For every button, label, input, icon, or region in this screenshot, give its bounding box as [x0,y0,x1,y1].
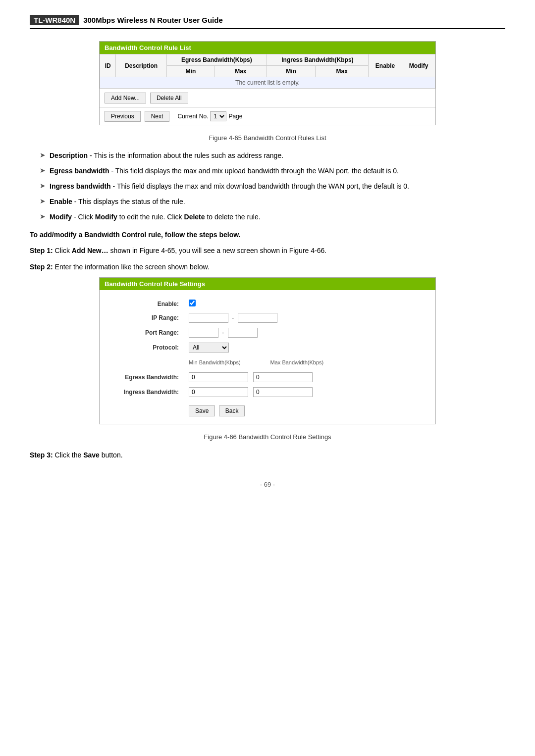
port-range-row: Port Range: - [105,325,430,340]
bw-sub-header: Min Bandwidth(Kbps) Max Bandwidth(Kbps) [189,357,426,367]
action-row: Save Back [105,400,430,419]
ingress-value [184,385,430,400]
col-ingress-min: Min [267,66,316,77]
port-range-value: - [184,325,430,340]
model-name: TL-WR840N [30,15,79,25]
previous-button[interactable]: Previous [105,111,141,122]
ip-range-start[interactable] [189,313,228,323]
empty-row: The current list is empty. [100,77,435,89]
enable-label: Enable: [105,297,184,310]
panel-title-rule-list: Bandwidth Control Rule List [100,42,435,54]
pagination-footer: Previous Next Current No. 1 Page [100,107,435,125]
panel-title-settings: Bandwidth Control Rule Settings [100,278,435,290]
ip-range-dash: - [232,314,234,321]
col-ingress-max: Max [316,66,369,77]
guide-title: 300Mbps Wireless N Router User Guide [83,16,223,24]
bullet-text-3: Ingress bandwidth - This field displays … [50,181,409,192]
step3-block: Step 3: Click the Save button. [30,450,505,460]
bullet-arrow-3: ➤ [40,182,46,190]
protocol-value: All TCP UDP TCP/UDP [184,340,430,355]
steps-intro-text: To add/modify a Bandwidth Control rule, … [30,231,240,239]
enable-row: Enable: [105,297,430,310]
ip-range-value: - [184,310,430,325]
col-egress-max: Max [214,66,267,77]
table-actions: Add New... Delete All [100,89,435,107]
ingress-max-input[interactable] [253,387,313,397]
add-new-button[interactable]: Add New... [105,93,146,103]
step2-block: Step 2: Enter the information like the s… [30,261,505,272]
port-range-label: Port Range: [105,325,184,340]
figure66-caption: Figure 4-66 Bandwidth Control Rule Setti… [30,433,505,441]
step1-text: Click Add New… shown in Figure 4-65, you… [55,247,327,254]
bandwidth-rule-settings-panel: Bandwidth Control Rule Settings Enable: … [99,277,436,424]
bandwidth-rule-list-panel: Bandwidth Control Rule List ID Descripti… [99,41,436,125]
step1-block: Step 1: Click Add New… shown in Figure 4… [30,245,505,256]
next-button[interactable]: Next [145,111,170,122]
port-range-end[interactable] [228,328,258,338]
page-label: Page [228,113,242,120]
ip-range-row: IP Range: - [105,310,430,325]
bullet-text-5: Modify - Click Modify to edit the rule. … [50,212,261,222]
protocol-select[interactable]: All TCP UDP TCP/UDP [189,343,229,353]
egress-row: Egress Bandwidth: [105,370,430,385]
egress-value [184,370,430,385]
current-no-select[interactable]: 1 [210,111,226,121]
port-range-start[interactable] [189,328,218,338]
ingress-label: Ingress Bandwidth: [105,385,184,400]
step3-text: Click the Save button. [55,451,123,459]
col-ingress: Ingress Bandwidth(Kbps) [267,54,368,66]
enable-checkbox[interactable] [189,300,196,306]
back-button[interactable]: Back [219,405,245,416]
ingress-inputs [189,387,426,397]
ingress-min-input[interactable] [189,387,248,397]
page-header: TL-WR840N 300Mbps Wireless N Router User… [30,15,505,29]
bullet-arrow-2: ➤ [40,166,46,174]
settings-body: Enable: IP Range: - Port Range: [100,290,435,424]
steps-intro: To add/modify a Bandwidth Control rule, … [30,229,505,240]
bullet-arrow-1: ➤ [40,151,46,159]
bullet-description: ➤ Description - This is the information … [30,151,505,161]
bullet-text-1: Description - This is the information ab… [50,151,283,161]
action-buttons: Save Back [184,400,430,419]
save-button[interactable]: Save [189,405,215,416]
egress-min-input[interactable] [189,372,248,382]
delete-all-button[interactable]: Delete All [150,93,188,103]
egress-max-input[interactable] [253,372,313,382]
bullet-egress: ➤ Egress bandwidth - This field displays… [30,166,505,176]
protocol-row: Protocol: All TCP UDP TCP/UDP [105,340,430,355]
step1-label: Step 1: [30,247,53,254]
enable-value [184,297,430,310]
egress-label: Egress Bandwidth: [105,370,184,385]
ip-range-end[interactable] [238,313,277,323]
bullet-list: ➤ Description - This is the information … [30,151,505,222]
bullet-modify: ➤ Modify - Click Modify to edit the rule… [30,212,505,222]
ip-range-label: IP Range: [105,310,184,325]
col-enable: Enable [369,54,402,77]
bullet-text-2: Egress bandwidth - This field displays t… [50,166,399,176]
egress-inputs [189,372,426,382]
col-id: ID [100,54,116,77]
rule-list-table: ID Description Egress Bandwidth(Kbps) In… [100,54,435,89]
bullet-enable: ➤ Enable - This displays the status of t… [30,197,505,207]
empty-message: The current list is empty. [100,77,435,89]
step3-label: Step 3: [30,451,53,459]
ingress-row: Ingress Bandwidth: [105,385,430,400]
col-modify: Modify [402,54,435,77]
step2-label: Step 2: [30,263,53,271]
bullet-ingress: ➤ Ingress bandwidth - This field display… [30,181,505,192]
bw-min-header: Min Bandwidth(Kbps) [189,359,241,365]
bullet-arrow-5: ➤ [40,212,46,220]
bullet-arrow-4: ➤ [40,197,46,205]
col-egress-min: Min [166,66,214,77]
figure65-caption: Figure 4-65 Bandwidth Control Rules List [30,134,505,142]
current-no-label: Current No. [177,113,208,120]
port-range-dash: - [222,329,224,336]
col-egress: Egress Bandwidth(Kbps) [166,54,267,66]
bullet-text-4: Enable - This displays the status of the… [50,197,185,207]
settings-table: Enable: IP Range: - Port Range: [105,297,430,419]
page-number: - 69 - [30,481,505,488]
bw-sub-header-row: Min Bandwidth(Kbps) Max Bandwidth(Kbps) [105,355,430,370]
col-description: Description [116,54,166,77]
protocol-label: Protocol: [105,340,184,355]
step2-text: Enter the information like the screen sh… [55,263,210,271]
